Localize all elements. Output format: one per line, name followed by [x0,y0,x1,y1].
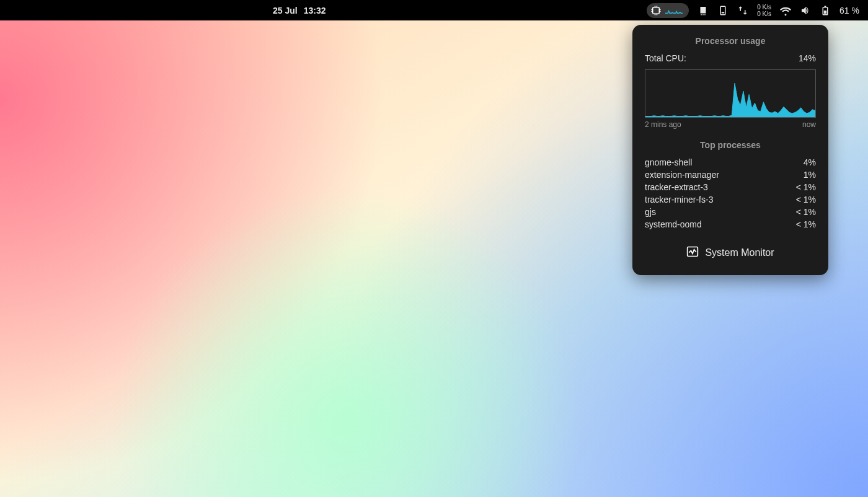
system-monitor-label: System Monitor [705,247,774,258]
memory-icon[interactable] [698,5,709,16]
total-cpu-value: 14% [799,53,816,63]
process-name: tracker-extract-3 [645,182,708,192]
net-down-label: 0 K/s [757,11,771,17]
process-row: gjs< 1% [645,207,816,217]
total-cpu-row: Total CPU: 14% [645,53,816,63]
cpu-chip-icon [650,5,662,16]
process-name: gnome-shell [645,157,692,167]
process-name: extension-manager [645,170,719,180]
process-pct: 4% [804,157,816,167]
process-row: tracker-miner-fs-3< 1% [645,195,816,205]
battery-icon[interactable] [820,5,831,16]
process-row: systemd-oomd< 1% [645,219,816,229]
network-speed: 0 K/s 0 K/s [757,4,771,17]
time-label: 13:32 [304,6,326,15]
total-cpu-label: Total CPU: [645,53,686,63]
chart-time-start: 2 mins ago [645,120,681,129]
process-name: gjs [645,207,656,217]
top-processes-heading: Top processes [645,140,816,150]
process-pct: < 1% [796,182,816,192]
process-name: tracker-miner-fs-3 [645,195,713,205]
process-row: tracker-extract-3< 1% [645,182,816,192]
cpu-mini-chart-icon [665,6,683,15]
cpu-indicator[interactable] [647,3,689,18]
svg-rect-0 [721,6,726,15]
process-pct: < 1% [796,219,816,229]
chart-time-end: now [802,120,816,129]
system-monitor-button[interactable]: System Monitor [645,240,816,265]
top-bar: 25 Jul 13:32 0 K/s 0 K/s [0,0,868,20]
date-label: 25 Jul [273,6,298,15]
battery-percent-label: 61 % [839,6,859,15]
process-name: systemd-oomd [645,219,702,229]
system-tray: 0 K/s 0 K/s 61 % [647,0,868,20]
activity-icon [686,245,699,260]
network-arrows-icon[interactable] [737,5,748,16]
processor-usage-heading: Processor usage [645,36,816,46]
disk-icon[interactable] [717,5,728,16]
process-row: gnome-shell4% [645,157,816,167]
process-pct: 1% [804,170,816,180]
process-pct: < 1% [796,207,816,217]
volume-icon[interactable] [800,5,811,16]
process-row: extension-manager1% [645,170,816,180]
net-up-label: 0 K/s [757,4,771,11]
cpu-chart [645,69,816,118]
cpu-popup: Processor usage Total CPU: 14% 2 mins ag… [632,25,828,275]
process-list: gnome-shell4%extension-manager1%tracker-… [645,157,816,229]
svg-marker-2 [645,83,815,117]
process-pct: < 1% [796,195,816,205]
wifi-icon[interactable] [780,5,791,16]
svg-rect-1 [722,12,725,13]
clock-area[interactable]: 25 Jul 13:32 [273,0,326,20]
